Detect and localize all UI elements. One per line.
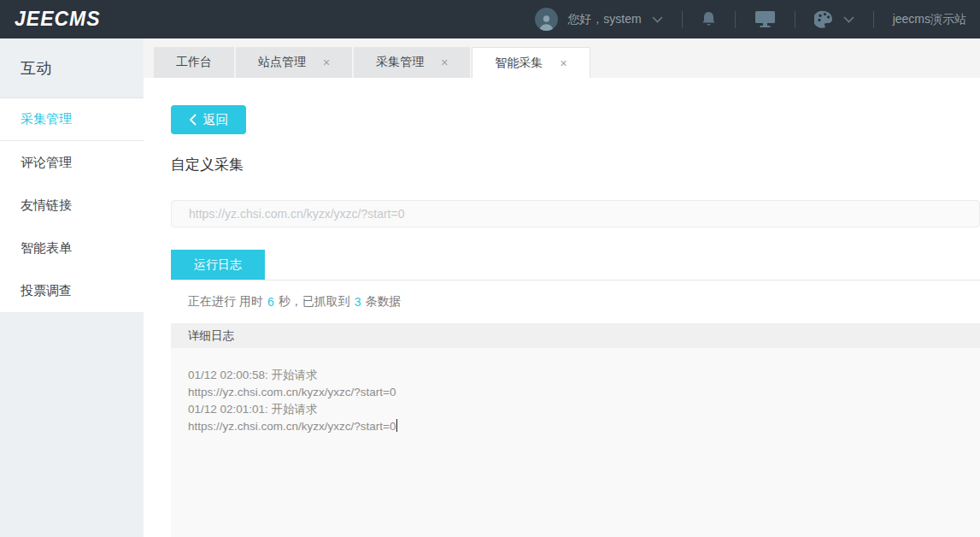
detail-log-header: 详细日志: [171, 323, 980, 348]
theme-palette-icon[interactable]: [814, 10, 833, 28]
tab-label: 工作台: [176, 55, 212, 70]
elapsed-seconds: 6: [267, 295, 274, 309]
log-line-text: https://yz.chsi.com.cn/kyzx/yxzc/?start=…: [188, 420, 396, 433]
log-line: https://yz.chsi.com.cn/kyzx/yxzc/?start=…: [188, 418, 963, 435]
person-icon: [537, 13, 555, 31]
divider: [795, 11, 795, 28]
tab-close-icon[interactable]: ×: [560, 56, 566, 70]
text-caret: [396, 419, 397, 432]
back-button[interactable]: 返回: [171, 105, 246, 134]
sidebar-item-youqing-lianjie[interactable]: 友情链接: [0, 184, 144, 227]
fetched-count: 3: [355, 295, 361, 309]
topbar: JEECMS 您好，system: [0, 0, 980, 38]
sidebar-item-toupiao-diaocha[interactable]: 投票调查: [0, 269, 144, 312]
bell-icon[interactable]: [701, 11, 716, 27]
chevron-down-icon[interactable]: [652, 16, 663, 23]
monitor-icon[interactable]: [754, 10, 776, 28]
run-log-tab[interactable]: 运行日志: [171, 250, 265, 280]
tab-close-icon[interactable]: ×: [441, 56, 448, 69]
page-title: 自定义采集: [171, 155, 980, 174]
log-line: https://yz.chsi.com.cn/kyzx/yxzc/?start=…: [188, 384, 963, 401]
detail-log-textarea[interactable]: 01/12 02:00:58: 开始请求 https://yz.chsi.com…: [171, 348, 980, 537]
divider: [682, 11, 683, 28]
log-line: 01/12 02:01:01: 开始请求: [188, 401, 963, 418]
sidebar-item-caiji-guanli[interactable]: 采集管理: [0, 98, 144, 141]
divider: [735, 11, 736, 28]
sidebar-item-pinglun-guanli[interactable]: 评论管理: [0, 141, 144, 184]
tab-label: 站点管理: [258, 55, 306, 70]
user-avatar[interactable]: [535, 8, 558, 31]
tab-label: 智能采集: [495, 56, 543, 71]
main-content: 返回 自定义采集 运行日志 正在进行 用时 6 秒，已抓取到 3 条数据 详细日…: [144, 78, 980, 537]
status-text: 条数据: [365, 294, 401, 310]
back-button-label: 返回: [203, 112, 229, 128]
sidebar-item-zhineng-biaodan[interactable]: 智能表单: [0, 227, 144, 269]
divider: [873, 11, 874, 28]
sidebar-title: 互动: [21, 58, 51, 79]
status-text: 秒，已抓取到: [279, 294, 350, 310]
sidebar: 互动 采集管理 评论管理 友情链接 智能表单 投票调查: [0, 38, 144, 537]
tab-workbench[interactable]: 工作台: [154, 47, 234, 78]
user-greeting[interactable]: 您好，system: [567, 12, 641, 27]
tab-site-management[interactable]: 站点管理 ×: [236, 47, 352, 78]
tab-close-icon[interactable]: ×: [323, 56, 330, 69]
chevron-left-icon: [189, 114, 197, 126]
status-text: 正在进行 用时: [188, 294, 263, 310]
log-line: 01/12 02:00:58: 开始请求: [188, 367, 963, 384]
collect-status: 正在进行 用时 6 秒，已抓取到 3 条数据: [171, 280, 980, 323]
tab-collection-management[interactable]: 采集管理 ×: [354, 47, 470, 78]
tab-smart-collection[interactable]: 智能采集 ×: [472, 47, 590, 78]
tab-strip: 工作台 站点管理 × 采集管理 × 智能采集 ×: [144, 38, 980, 78]
site-name[interactable]: jeecms演示站: [893, 12, 966, 27]
chevron-down-icon[interactable]: [843, 16, 854, 23]
collect-url-input[interactable]: [171, 200, 980, 227]
tab-label: 采集管理: [376, 55, 424, 70]
run-log-panel: 正在进行 用时 6 秒，已抓取到 3 条数据 详细日志 01/12 02:00:…: [171, 280, 980, 537]
sidebar-header: 互动: [0, 38, 144, 98]
jeecms-logo: JEECMS: [0, 8, 101, 31]
